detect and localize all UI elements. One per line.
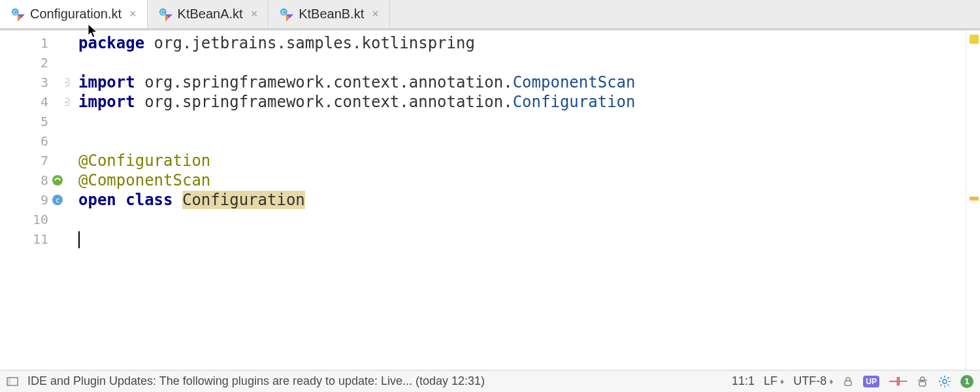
code-line: @ComponentScan xyxy=(78,171,966,190)
line-number: 4 xyxy=(0,92,65,112)
code-line xyxy=(78,229,966,249)
svg-text:C: C xyxy=(161,9,165,16)
line-number: 6 xyxy=(0,131,65,151)
close-icon[interactable]: × xyxy=(251,7,258,21)
svg-line-27 xyxy=(948,384,949,385)
tab-ktbeana[interactable]: C KtBeanA.kt × xyxy=(148,0,269,28)
svg-line-26 xyxy=(941,377,942,378)
plugin-update-badge[interactable]: UP xyxy=(863,376,879,387)
status-line-separator[interactable]: LF ♦ xyxy=(764,374,784,388)
status-caret-position[interactable]: 11:1 xyxy=(732,374,755,388)
line-number: 1 xyxy=(0,33,65,53)
line-number: 9 c xyxy=(0,190,65,210)
status-message[interactable]: IDE and Plugin Updates: The following pl… xyxy=(27,374,485,388)
tab-configuration[interactable]: C Configuration.kt × xyxy=(0,0,148,28)
close-icon[interactable]: × xyxy=(372,7,379,21)
svg-text:c: c xyxy=(56,196,60,204)
spring-bean-icon[interactable] xyxy=(51,174,64,187)
svg-rect-19 xyxy=(919,382,926,386)
kotlin-file-icon: C xyxy=(158,7,172,22)
tab-label: Configuration.kt xyxy=(30,7,122,22)
notification-count-badge[interactable]: 1 xyxy=(960,375,973,388)
status-encoding[interactable]: UTF-8 ♦ xyxy=(793,374,833,388)
code-line: import org.springframework.context.annot… xyxy=(78,92,966,112)
code-line xyxy=(78,112,966,131)
code-editor[interactable]: 1 2 3 4 5 6 7 8 9 c 10 11 package org.je… xyxy=(0,31,980,370)
svg-rect-16 xyxy=(7,378,10,385)
highlight-mark-icon[interactable] xyxy=(970,197,979,201)
spring-config-icon[interactable]: c xyxy=(51,193,64,206)
code-line xyxy=(78,210,966,229)
ide-features-icon[interactable] xyxy=(916,375,929,388)
code-line: import org.springframework.context.annot… xyxy=(78,73,966,92)
code-line: open class Configuration xyxy=(78,190,966,210)
line-number: 8 xyxy=(0,171,65,190)
code-line xyxy=(78,131,966,151)
tab-label: KtBeanB.kt xyxy=(299,7,364,22)
tab-label: KtBeanA.kt xyxy=(178,7,243,22)
line-number: 10 xyxy=(0,210,65,229)
text-caret xyxy=(78,231,80,248)
kotlin-file-icon: C xyxy=(10,7,25,22)
code-line xyxy=(78,53,966,73)
code-line: @Configuration xyxy=(78,151,966,171)
svg-text:C: C xyxy=(282,9,286,16)
line-number: 3 xyxy=(0,73,65,92)
code-line: package org.jetbrains.samples.kotlinspri… xyxy=(78,33,966,53)
svg-point-12 xyxy=(52,175,63,186)
line-gutter: 1 2 3 4 5 6 7 8 9 c 10 11 xyxy=(0,31,65,370)
lock-icon[interactable] xyxy=(842,376,854,387)
kotlin-file-icon: C xyxy=(279,7,293,22)
line-number: 2 xyxy=(0,53,65,73)
close-icon[interactable]: × xyxy=(129,7,137,21)
line-number: 11 xyxy=(0,229,65,249)
svg-line-28 xyxy=(941,384,942,385)
editor-tabbar: C Configuration.kt × C KtBeanA.kt × C Kt… xyxy=(0,0,980,29)
svg-line-29 xyxy=(948,377,949,378)
error-stripe[interactable] xyxy=(966,31,980,370)
ide-window: C Configuration.kt × C KtBeanA.kt × C Kt… xyxy=(0,0,980,392)
statusbar-toggle-icon[interactable] xyxy=(7,376,18,387)
svg-point-21 xyxy=(943,380,947,384)
settings-gear-icon[interactable] xyxy=(938,375,951,388)
line-number: 5 xyxy=(0,112,65,131)
warning-mark-icon[interactable] xyxy=(970,35,979,44)
status-bar: IDE and Plugin Updates: The following pl… xyxy=(0,370,980,392)
line-number: 7 xyxy=(0,151,65,171)
tab-ktbeanb[interactable]: C KtBeanB.kt × xyxy=(269,0,390,28)
code-area[interactable]: package org.jetbrains.samples.kotlinspri… xyxy=(65,31,966,370)
svg-rect-17 xyxy=(845,381,851,385)
inspection-icon[interactable]: ⊣⊢ xyxy=(889,374,907,389)
svg-text:C: C xyxy=(13,9,18,16)
